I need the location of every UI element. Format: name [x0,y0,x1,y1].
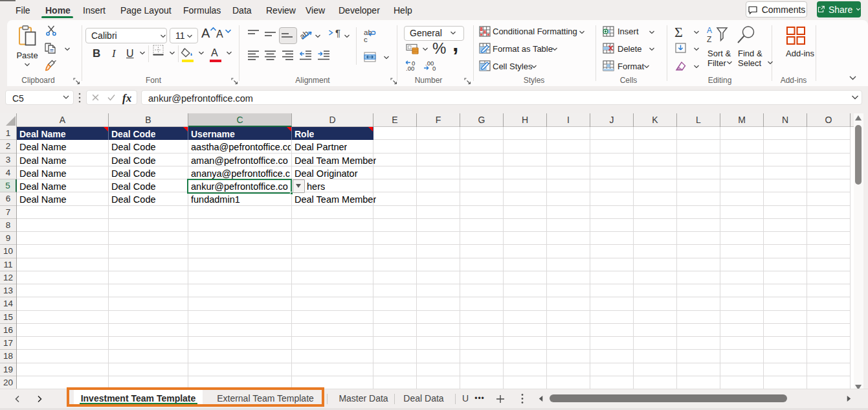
svg-text:.00: .00 [406,65,414,71]
svg-text:c: c [364,36,368,43]
svg-text:0: 0 [432,65,436,71]
svg-text:Z: Z [707,35,711,43]
svg-text:A: A [707,26,712,35]
svg-text:ab: ab [299,28,311,41]
